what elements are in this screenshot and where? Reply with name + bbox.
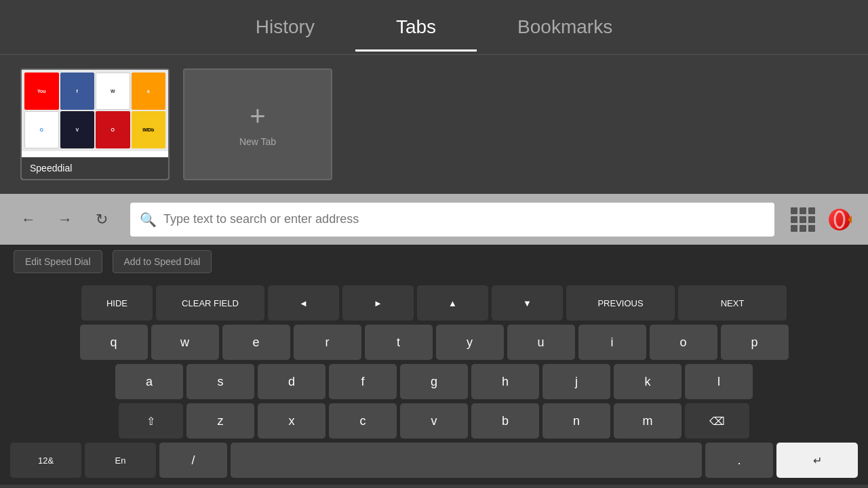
tile-amazon: a xyxy=(132,73,166,110)
tab-tabs[interactable]: Tabs xyxy=(355,3,477,52)
key-z[interactable]: z xyxy=(186,403,254,439)
search-icon: 🔍 xyxy=(140,211,157,228)
key-n[interactable]: n xyxy=(542,403,610,439)
arrow-left-key[interactable]: ◄ xyxy=(268,285,339,321)
tab-history[interactable]: History xyxy=(215,3,355,52)
key-s[interactable]: s xyxy=(186,364,254,399)
arrow-right-key[interactable]: ► xyxy=(342,285,414,321)
tab-preview: You f W a G V O IMDb xyxy=(22,70,168,151)
key-f[interactable]: f xyxy=(329,364,397,399)
grid-icon xyxy=(791,207,815,232)
language-key[interactable]: En xyxy=(85,443,156,478)
key-a[interactable]: a xyxy=(115,364,183,399)
tab-thumbnail-speeddial[interactable]: You f W a G V O IMDb Speeddial xyxy=(20,68,170,180)
browser-bar: ← → ↻ 🔍 xyxy=(0,194,868,245)
key-x[interactable]: x xyxy=(258,403,326,439)
key-g[interactable]: g xyxy=(400,364,468,399)
tile-imdb: IMDb xyxy=(132,111,166,148)
key-q[interactable]: q xyxy=(80,325,148,360)
edit-speed-dial-button[interactable]: Edit Speed Dial xyxy=(14,250,102,273)
tile-wikipedia: W xyxy=(96,73,130,110)
search-input[interactable] xyxy=(163,212,765,226)
key-v[interactable]: v xyxy=(400,403,468,439)
tab-thumbnail-label: Speeddial xyxy=(22,157,168,179)
opera-menu-button[interactable] xyxy=(825,205,854,235)
grid-button[interactable] xyxy=(788,205,818,235)
key-d[interactable]: d xyxy=(258,364,326,399)
tile-opera: O xyxy=(96,111,130,148)
keyboard-control-row: HIDE CLEAR FIELD ◄ ► ▲ ▼ PREVIOUS NEXT xyxy=(10,285,858,321)
key-r[interactable]: r xyxy=(294,325,361,360)
key-e[interactable]: e xyxy=(222,325,290,360)
tile-youtube: You xyxy=(24,73,59,110)
key-k[interactable]: k xyxy=(614,364,682,399)
tile-facebook: f xyxy=(60,73,95,110)
previous-key[interactable]: PREVIOUS xyxy=(566,285,675,321)
shift-key[interactable]: ⇧ xyxy=(119,403,183,439)
keyboard-row-4: 12& En / . ↵ xyxy=(10,443,858,478)
key-h[interactable]: h xyxy=(471,364,539,399)
backspace-key[interactable]: ⌫ xyxy=(685,403,749,439)
tab-bar: History Tabs Bookmarks xyxy=(0,0,868,54)
space-key[interactable] xyxy=(231,443,702,478)
key-w[interactable]: w xyxy=(151,325,219,360)
slash-key[interactable]: / xyxy=(159,443,227,478)
key-p[interactable]: p xyxy=(721,325,789,360)
enter-key[interactable]: ↵ xyxy=(776,443,858,478)
add-to-speed-dial-button[interactable]: Add to Speed Dial xyxy=(113,250,212,273)
symbols-key[interactable]: 12& xyxy=(10,443,81,478)
keyboard-row-3: ⇧ z x c v b n m ⌫ xyxy=(10,403,858,439)
key-i[interactable]: i xyxy=(578,325,646,360)
key-j[interactable]: j xyxy=(542,364,610,399)
plus-icon: + xyxy=(250,102,265,129)
new-tab-button[interactable]: + New Tab xyxy=(183,68,332,180)
key-t[interactable]: t xyxy=(365,325,433,360)
tabs-content: You f W a G V O IMDb Speeddial + New Tab xyxy=(0,55,868,194)
key-u[interactable]: u xyxy=(507,325,575,360)
reload-button[interactable]: ↻ xyxy=(87,205,117,235)
virtual-keyboard: HIDE CLEAR FIELD ◄ ► ▲ ▼ PREVIOUS NEXT q… xyxy=(0,279,868,485)
search-bar: 🔍 xyxy=(130,203,774,237)
arrow-up-key[interactable]: ▲ xyxy=(417,285,488,321)
key-m[interactable]: m xyxy=(614,403,682,439)
next-key[interactable]: NEXT xyxy=(678,285,787,321)
key-y[interactable]: y xyxy=(436,325,504,360)
clear-field-key[interactable]: CLEAR FIELD xyxy=(156,285,264,321)
opera-icon xyxy=(827,207,852,232)
key-b[interactable]: b xyxy=(471,403,539,439)
key-l[interactable]: l xyxy=(685,364,753,399)
keyboard-row-1: q w e r t y u i o p xyxy=(10,325,858,360)
key-c[interactable]: c xyxy=(329,403,397,439)
arrow-down-key[interactable]: ▼ xyxy=(492,285,563,321)
keyboard-row-2: a s d f g h j k l xyxy=(10,364,858,399)
tab-bookmarks[interactable]: Bookmarks xyxy=(477,3,653,52)
key-o[interactable]: o xyxy=(650,325,717,360)
back-button[interactable]: ← xyxy=(14,205,43,235)
tile-google: G xyxy=(24,111,59,148)
hide-key[interactable]: HIDE xyxy=(81,285,153,321)
period-key[interactable]: . xyxy=(705,443,773,478)
forward-button[interactable]: → xyxy=(50,205,80,235)
new-tab-label: New Tab xyxy=(239,136,276,147)
bottom-bar: Edit Speed Dial Add to Speed Dial xyxy=(0,245,868,279)
tile-vewd: V xyxy=(60,111,95,148)
